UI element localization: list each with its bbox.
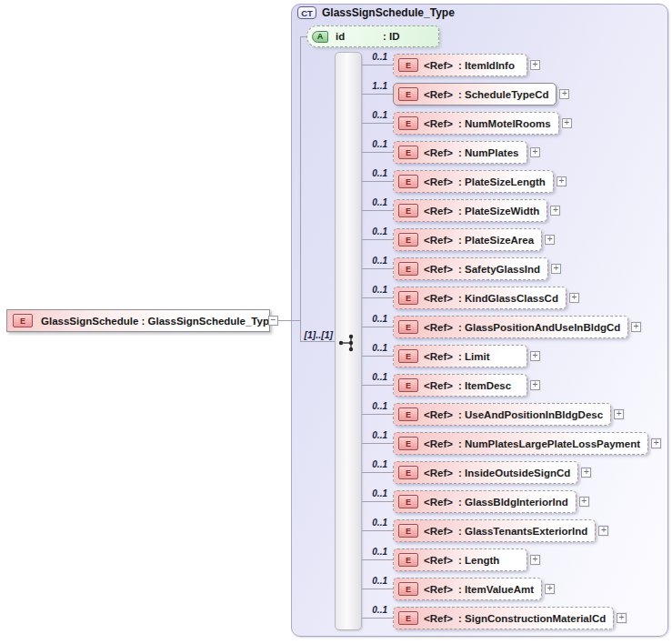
row-connector-line xyxy=(362,152,393,153)
element-type-label: : Limit xyxy=(458,351,490,362)
cardinality-label: 0..1 xyxy=(360,488,387,498)
element-box[interactable]: E<Ref>: ScheduleTypeCd xyxy=(393,83,557,106)
element-box[interactable]: E<Ref>: PlateSizeArea xyxy=(393,228,542,251)
element-badge-icon: E xyxy=(398,524,418,538)
element-badge-icon: E xyxy=(398,204,418,217)
row-connector-line xyxy=(362,589,393,589)
sequence-occurs-label: [1]..[1] xyxy=(296,329,333,340)
cardinality-label: 0..1 xyxy=(360,605,387,615)
element-ref-label: <Ref> xyxy=(424,555,458,566)
expand-button[interactable]: + xyxy=(557,176,567,186)
row-connector-line xyxy=(362,618,393,619)
expand-button[interactable]: + xyxy=(614,409,624,419)
expand-button[interactable]: + xyxy=(545,235,555,245)
row-connector-line xyxy=(362,123,393,124)
expand-button[interactable]: + xyxy=(530,555,540,565)
element-badge-icon: E xyxy=(398,116,418,130)
element-row: E<Ref>: SignConstructionMaterialCd+ xyxy=(393,607,627,629)
element-badge-icon: E xyxy=(398,466,418,479)
expand-button[interactable]: + xyxy=(530,351,540,361)
expand-button[interactable]: + xyxy=(559,89,569,99)
complex-type-badge-icon: CT xyxy=(297,6,316,19)
element-box[interactable]: E<Ref>: ItemIdInfo xyxy=(393,54,527,76)
expand-button[interactable]: + xyxy=(530,60,540,70)
element-type-label: : PlateSizeArea xyxy=(458,235,534,246)
expand-button[interactable]: + xyxy=(550,206,560,216)
attribute-badge-icon: A xyxy=(312,31,328,43)
complex-type-header: CT GlassSignSchedule_Type xyxy=(297,6,455,19)
element-ref-label: <Ref> xyxy=(424,584,458,595)
element-ref-label: <Ref> xyxy=(424,497,458,508)
element-box[interactable]: E<Ref>: Length xyxy=(393,548,527,571)
element-box[interactable]: E<Ref>: GlassPositionAndUseInBldgCd xyxy=(393,316,628,338)
row-connector-line xyxy=(362,239,393,240)
element-badge-icon: E xyxy=(398,495,418,508)
element-badge-icon: E xyxy=(13,314,33,327)
expand-button[interactable]: + xyxy=(562,118,572,128)
expand-button[interactable]: + xyxy=(551,264,561,274)
element-row: E<Ref>: PlateSizeArea+ xyxy=(393,228,555,251)
expand-button[interactable]: + xyxy=(530,147,540,157)
element-box[interactable]: E<Ref>: NumMotelRooms xyxy=(393,112,559,135)
expand-button[interactable]: + xyxy=(569,293,579,303)
element-box[interactable]: E<Ref>: InsideOutsideSignCd xyxy=(393,461,578,484)
element-ref-label: <Ref> xyxy=(424,147,458,158)
element-row: E<Ref>: PlateSizeWidth+ xyxy=(393,199,560,222)
expand-button[interactable]: + xyxy=(651,438,661,448)
element-type-label: : UseAndPositionInBldgDesc xyxy=(458,409,603,420)
row-connector-line xyxy=(362,530,393,531)
element-box[interactable]: E<Ref>: UseAndPositionInBldgDesc xyxy=(393,403,611,426)
element-row: E<Ref>: SafetyGlassInd+ xyxy=(393,257,561,280)
complex-type-title: GlassSignSchedule_Type xyxy=(322,6,455,19)
cardinality-label: 0..1 xyxy=(360,430,387,440)
element-box[interactable]: E<Ref>: SignConstructionMaterialCd xyxy=(393,607,614,629)
root-element-label: GlassSignSchedule : GlassSignSchedule_Ty… xyxy=(41,316,275,327)
attribute-name: id xyxy=(336,31,383,42)
element-badge-icon: E xyxy=(398,582,418,596)
row-connector-line xyxy=(362,414,393,415)
cardinality-label: 0..1 xyxy=(360,52,387,62)
row-connector-line xyxy=(362,327,393,327)
collapse-button[interactable]: − xyxy=(268,316,278,326)
element-box[interactable]: E<Ref>: GlassTenantsExteriorInd xyxy=(393,519,596,542)
element-row: E<Ref>: GlassPositionAndUseInBldgCd+ xyxy=(393,316,641,338)
element-box[interactable]: E<Ref>: KindGlassClassCd xyxy=(393,287,567,309)
attribute-box-id[interactable]: A id : ID xyxy=(306,25,439,47)
cardinality-label: 0..1 xyxy=(360,197,387,207)
element-box[interactable]: E<Ref>: ItemDesc xyxy=(393,374,527,397)
element-row: E<Ref>: ItemDesc+ xyxy=(393,374,540,397)
element-ref-label: <Ref> xyxy=(424,468,458,478)
element-row: E<Ref>: ItemIdInfo+ xyxy=(393,54,540,76)
element-type-label: : NumMotelRooms xyxy=(458,118,551,129)
element-badge-icon: E xyxy=(398,58,418,72)
element-box[interactable]: E<Ref>: Limit xyxy=(393,345,527,367)
element-box[interactable]: E<Ref>: NumPlates xyxy=(393,141,527,164)
element-badge-icon: E xyxy=(398,87,418,101)
tree-vertical-line xyxy=(300,36,301,342)
element-badge-icon: E xyxy=(398,146,418,159)
element-row: E<Ref>: NumPlatesLargePlateLossPayment+ xyxy=(393,432,661,455)
expand-button[interactable]: + xyxy=(545,584,555,594)
element-box[interactable]: E<Ref>: PlateSizeLength xyxy=(393,170,554,193)
element-box[interactable]: E<Ref>: ItemValueAmt xyxy=(393,578,542,600)
cardinality-label: 0..1 xyxy=(360,226,387,236)
element-ref-label: <Ref> xyxy=(424,322,458,333)
expand-button[interactable]: + xyxy=(631,322,641,332)
element-box[interactable]: E<Ref>: GlassBldgInteriorInd xyxy=(393,490,577,513)
expand-button[interactable]: + xyxy=(581,468,591,478)
expand-button[interactable]: + xyxy=(617,613,627,623)
element-ref-label: <Ref> xyxy=(424,380,458,391)
element-badge-icon: E xyxy=(398,262,418,276)
root-element-box[interactable]: E GlassSignSchedule : GlassSignSchedule_… xyxy=(6,309,270,332)
expand-button[interactable]: + xyxy=(530,380,540,390)
row-connector-line xyxy=(362,210,393,211)
cardinality-label: 0..1 xyxy=(360,401,387,411)
element-box[interactable]: E<Ref>: SafetyGlassInd xyxy=(393,257,548,280)
expand-button[interactable]: + xyxy=(598,526,608,536)
expand-button[interactable]: + xyxy=(579,497,589,507)
cardinality-label: 0..1 xyxy=(360,459,387,469)
element-type-label: : PlateSizeWidth xyxy=(458,206,539,216)
element-box[interactable]: E<Ref>: PlateSizeWidth xyxy=(393,199,547,222)
element-box[interactable]: E<Ref>: NumPlatesLargePlateLossPayment xyxy=(393,432,648,455)
sequence-icon[interactable] xyxy=(337,333,359,357)
